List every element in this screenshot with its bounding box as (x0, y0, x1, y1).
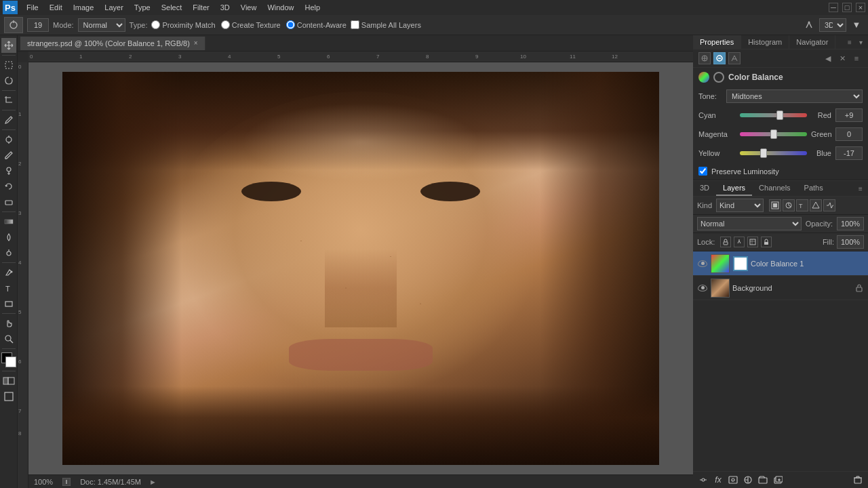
blur-tool[interactable] (1, 230, 16, 245)
minimize-button[interactable]: ─ (829, 3, 838, 12)
dodge-tool[interactable] (1, 245, 16, 260)
magenta-green-thumb[interactable] (770, 129, 777, 139)
shape-tool[interactable] (1, 296, 16, 311)
history-brush-tool[interactable] (1, 179, 16, 194)
tab-3d[interactable]: 3D (693, 181, 716, 196)
close-button[interactable]: × (856, 3, 865, 12)
tab-channels[interactable]: Channels (752, 181, 797, 196)
menu-select[interactable]: Select (157, 2, 187, 13)
eraser-tool[interactable] (1, 195, 16, 209)
sample-all-layers-checkbox[interactable] (351, 20, 359, 29)
new-layer-btn[interactable] (772, 474, 784, 486)
add-mask-btn[interactable] (727, 474, 739, 486)
maximize-button[interactable]: □ (842, 3, 852, 12)
create-texture-radio[interactable]: Create Texture (221, 20, 281, 29)
tone-select[interactable]: Shadows Midtones Highlights (726, 89, 863, 103)
text-tool[interactable]: T (1, 281, 16, 296)
lasso-tool[interactable] (1, 73, 16, 88)
layer-item-background[interactable]: Background (693, 276, 868, 300)
move-tool[interactable] (1, 38, 16, 53)
fill-input[interactable] (837, 235, 864, 249)
filter-smart-icon[interactable] (823, 199, 835, 211)
add-style-btn[interactable]: fx (712, 474, 724, 486)
tab-histogram[interactable]: Histogram (741, 35, 789, 49)
background-color[interactable] (5, 357, 16, 367)
tab-properties[interactable]: Properties (693, 35, 741, 49)
eyedropper-tool[interactable] (1, 113, 16, 127)
status-arrow-button[interactable]: ► (149, 478, 157, 486)
lock-all-btn[interactable] (761, 237, 772, 247)
lock-position-btn[interactable] (734, 237, 745, 247)
cyan-red-value[interactable] (835, 108, 863, 122)
menu-3d[interactable]: 3D (216, 2, 235, 13)
marquee-tool[interactable] (1, 58, 16, 73)
yellow-blue-slider[interactable] (740, 149, 807, 157)
clone-stamp-tool[interactable] (1, 163, 16, 178)
lock-artboard-btn[interactable] (747, 237, 758, 247)
tab-layers[interactable]: Layers (716, 181, 752, 196)
properties-panel-menu[interactable]: ≡ (845, 37, 854, 47)
lock-pixels-btn[interactable] (720, 237, 731, 247)
prop-icon-3[interactable] (728, 52, 741, 64)
tab-paths[interactable]: Paths (797, 181, 830, 196)
pen-tool[interactable] (1, 265, 16, 280)
cyan-red-slider[interactable] (740, 111, 807, 119)
zoom-tool[interactable] (1, 331, 16, 346)
filter-pixel-icon[interactable] (769, 199, 781, 211)
quick-mask-tool[interactable] (1, 373, 16, 388)
heal-brush-tool-icon[interactable] (4, 17, 23, 33)
filter-adjustment-icon[interactable] (783, 199, 795, 211)
layers-panel-options[interactable]: ≡ (856, 184, 865, 193)
menu-window[interactable]: Window (262, 2, 298, 13)
brush-size-input[interactable]: 19 (27, 18, 49, 32)
brush-tool[interactable] (1, 148, 16, 163)
menu-layer[interactable]: Layer (100, 2, 128, 13)
menu-help[interactable]: Help (300, 2, 326, 13)
blend-mode-select[interactable]: Normal Multiply Screen Overlay (697, 217, 802, 230)
menu-edit[interactable]: Edit (45, 2, 67, 13)
link-layers-btn[interactable] (697, 474, 709, 486)
gradient-tool[interactable] (1, 214, 16, 229)
layer-item-color-balance[interactable]: Color Balance 1 (693, 251, 868, 276)
hand-tool[interactable] (1, 316, 16, 331)
menu-file[interactable]: File (22, 2, 43, 13)
proximity-match-radio[interactable]: Proximity Match (151, 20, 215, 29)
filter-shape-icon[interactable] (810, 199, 822, 211)
magenta-green-slider[interactable] (740, 130, 807, 138)
crop-tool[interactable] (1, 93, 16, 108)
add-adjustment-btn[interactable] (742, 474, 754, 486)
cyan-red-thumb[interactable] (776, 110, 783, 120)
prop-panel-toggle[interactable]: ◀ (822, 52, 834, 64)
prop-icon-cb-active[interactable] (713, 52, 726, 64)
canvas-container[interactable] (28, 62, 693, 474)
document-tab[interactable]: strangers.psd @ 100% (Color Balance 1, R… (20, 37, 205, 50)
layer-visibility-cb[interactable] (697, 258, 708, 269)
magenta-green-value[interactable] (835, 127, 863, 141)
preserve-luminosity-label[interactable]: Preserve Luminosity (711, 167, 779, 176)
add-group-btn[interactable] (757, 474, 769, 486)
heal-brush-option-icon[interactable] (802, 18, 816, 33)
preserve-luminosity-checkbox[interactable] (698, 167, 707, 176)
foreground-background-colors[interactable] (1, 352, 16, 367)
menu-image[interactable]: Image (68, 2, 99, 13)
workspace-options-icon[interactable]: ▼ (849, 18, 864, 33)
opacity-input[interactable] (837, 217, 864, 230)
screen-mode-btn[interactable] (1, 389, 16, 404)
menu-view[interactable]: View (236, 2, 262, 13)
prop-panel-options[interactable]: ≡ (850, 52, 863, 64)
layer-visibility-bg[interactable] (697, 283, 708, 293)
sample-all-layers-checkbox-label[interactable]: Sample All Layers (351, 20, 421, 29)
yellow-blue-thumb[interactable] (760, 148, 767, 158)
prop-panel-close[interactable]: ✕ (836, 52, 848, 64)
content-aware-radio[interactable]: Content-Aware (286, 20, 347, 29)
menu-type[interactable]: Type (130, 2, 155, 13)
filter-type-icon[interactable]: T (796, 199, 808, 211)
mode-select[interactable]: Normal Replace (78, 18, 125, 32)
tab-close-button[interactable]: × (194, 39, 198, 47)
workspace-select[interactable]: 3D (819, 18, 846, 32)
delete-layer-btn[interactable] (852, 474, 864, 486)
tab-navigator[interactable]: Navigator (789, 35, 835, 49)
filter-select[interactable]: Kind Name Effect (716, 199, 764, 212)
properties-panel-collapse[interactable]: ▾ (856, 37, 865, 47)
heal-brush-tool[interactable] (1, 132, 16, 147)
